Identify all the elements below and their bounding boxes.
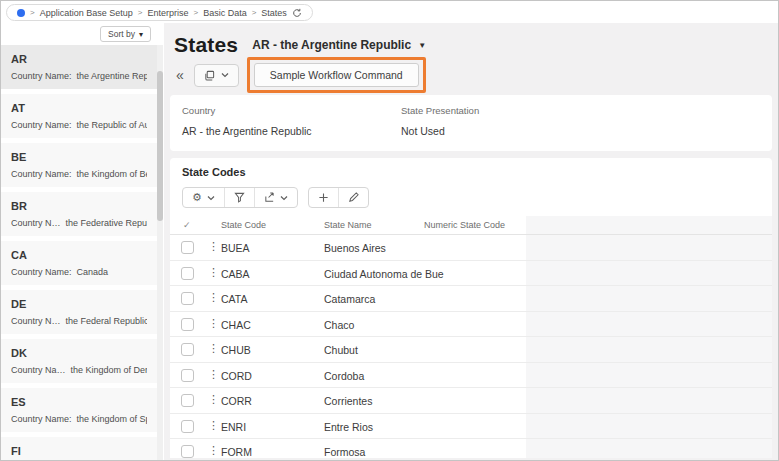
country-list-item-ar[interactable]: ARCountry Name:the Argentine Republic (1, 45, 157, 89)
row-checkbox[interactable] (181, 318, 194, 331)
breadcrumb-item[interactable]: Basic Data (203, 8, 247, 18)
country-name-line: Country Name:the Argentine Republic (11, 71, 147, 81)
col-header-state-name[interactable]: State Name (324, 220, 372, 230)
table-row[interactable]: ⋮CHACChaco (170, 312, 772, 338)
row-checkbox[interactable] (181, 343, 194, 356)
country-field: Country AR - the Argentine Republic (182, 105, 312, 137)
breadcrumb-item[interactable]: States (261, 8, 287, 18)
filter-icon (234, 192, 245, 203)
cell-state-code: CHUB (221, 344, 251, 356)
row-checkbox[interactable] (181, 420, 194, 433)
cell-state-code: CABA (221, 268, 250, 280)
edit-row-button[interactable] (338, 188, 368, 207)
select-all-check-icon[interactable]: ✓ (183, 220, 191, 230)
sort-by-label: Sort by (108, 29, 135, 39)
sort-by-button[interactable]: Sort by ▾ (100, 26, 151, 42)
country-name-line: Country Name:the Republic of Austria (11, 120, 147, 130)
table-row[interactable]: ⋮CORRCorrientes (170, 388, 772, 414)
filter-button[interactable] (224, 188, 254, 207)
chevron-down-icon: ▾ (139, 30, 143, 39)
row-menu-icon[interactable]: ⋮ (208, 419, 219, 432)
country-name-label: Country Name: (11, 414, 72, 424)
cell-state-name: Catamarca (324, 293, 375, 305)
row-menu-icon[interactable]: ⋮ (208, 368, 219, 381)
country-code: AR (11, 53, 147, 65)
home-dot-icon[interactable] (17, 9, 25, 17)
chevron-down-icon (280, 195, 288, 201)
state-presentation-label: State Presentation (401, 105, 479, 116)
table-row[interactable]: ⋮CHUBChubut (170, 337, 772, 363)
refresh-icon[interactable] (292, 8, 302, 18)
country-code: BR (11, 200, 147, 212)
state-codes-toolbar: ⚙ (170, 185, 772, 216)
cell-state-name: Entre Rios (324, 421, 373, 433)
collapse-panel-icon[interactable]: « (174, 67, 186, 83)
sample-workflow-command-button[interactable]: Sample Workflow Command (254, 63, 419, 87)
cell-state-name: Formosa (324, 446, 365, 458)
breadcrumb-item[interactable]: Enterprise (147, 8, 188, 18)
cell-state-code: CHAC (221, 319, 251, 331)
breadcrumb-item[interactable]: Application Base Setup (40, 8, 133, 18)
row-checkbox[interactable] (181, 445, 194, 458)
country-list-item-ca[interactable]: CACountry Name:Canada (1, 241, 157, 285)
state-codes-card: State Codes ⚙ (170, 158, 772, 458)
top-bar: >Application Base Setup>Enterprise>Basic… (1, 1, 778, 23)
breadcrumb-separator: > (252, 8, 257, 17)
country-name-label: Country Name: (11, 169, 72, 179)
table-row[interactable]: ⋮CORDCordoba (170, 363, 772, 389)
row-checkbox[interactable] (181, 369, 194, 382)
country-list-item-fi[interactable]: FICountry Name:the Republic of Finland (1, 437, 157, 460)
state-presentation-field: State Presentation Not Used (401, 105, 479, 137)
cell-state-code: BUEA (221, 242, 250, 254)
country-list-item-br[interactable]: BRCountry N…the Federative Republic o… (1, 192, 157, 236)
row-menu-icon[interactable]: ⋮ (208, 342, 219, 355)
table-row[interactable]: ⋮CATACatamarca (170, 286, 772, 312)
add-row-button[interactable] (309, 188, 338, 207)
sidebar-scrollbar[interactable] (157, 45, 163, 460)
table-row[interactable]: ⋮CABACiudad Autonoma de Bue (170, 261, 772, 287)
row-checkbox[interactable] (181, 394, 194, 407)
table-row[interactable]: ⋮ENRIEntre Rios (170, 414, 772, 440)
row-menu-icon[interactable]: ⋮ (208, 266, 219, 279)
country-code: FI (11, 445, 147, 457)
page-toolbar: « Sample Workflow Command (170, 59, 772, 95)
col-header-state-code[interactable]: State Code (221, 220, 266, 230)
country-name-value: the Republic of Austria (77, 120, 147, 130)
annotation-highlight: Sample Workflow Command (247, 57, 426, 93)
country-name-value: the Federative Republic o… (66, 218, 147, 228)
table-settings-button[interactable]: ⚙ (183, 188, 224, 207)
export-button[interactable] (254, 188, 297, 207)
row-checkbox[interactable] (181, 267, 194, 280)
country-list-item-es[interactable]: ESCountry Name:the Kingdom of Spain (1, 388, 157, 432)
country-name-label: Country Name: (11, 120, 72, 130)
country-name-value: the Federal Republic of G… (66, 316, 147, 326)
row-menu-icon[interactable]: ⋮ (208, 240, 219, 253)
country-name-label: Country Name: (11, 267, 72, 277)
cell-state-name: Ciudad Autonoma de Bue (324, 268, 444, 280)
row-menu-icon[interactable]: ⋮ (208, 317, 219, 330)
col-header-numeric-state-code[interactable]: Numeric State Code (424, 220, 505, 230)
gear-icon: ⚙ (192, 192, 202, 203)
cell-state-name: Chaco (324, 319, 354, 331)
table-row[interactable]: ⋮FORMFormosa (170, 439, 772, 458)
cell-state-name: Buenos Aires (324, 242, 386, 254)
sidebar-scrollbar-thumb[interactable] (157, 71, 163, 221)
actions-menu-button[interactable] (194, 64, 239, 87)
country-list-item-de[interactable]: DECountry N…the Federal Republic of G… (1, 290, 157, 334)
row-menu-icon[interactable]: ⋮ (208, 291, 219, 304)
row-menu-icon[interactable]: ⋮ (208, 444, 219, 457)
row-checkbox[interactable] (181, 241, 194, 254)
record-selector[interactable]: AR - the Argentine Republic ▼ (252, 38, 426, 52)
country-field-value: AR - the Argentine Republic (182, 125, 312, 137)
row-menu-icon[interactable]: ⋮ (208, 393, 219, 406)
row-checkbox[interactable] (181, 292, 194, 305)
actions-icon (204, 70, 215, 81)
country-list-item-dk[interactable]: DKCountry Na…the Kingdom of Denma… (1, 339, 157, 383)
country-name-value: the Kingdom of Denma… (71, 365, 147, 375)
country-list-item-be[interactable]: BECountry Name:the Kingdom of Belgium (1, 143, 157, 187)
country-list-item-at[interactable]: ATCountry Name:the Republic of Austria (1, 94, 157, 138)
table-row[interactable]: ⋮BUEABuenos Aires (170, 235, 772, 261)
breadcrumb: >Application Base Setup>Enterprise>Basic… (6, 4, 313, 21)
cell-state-code: ENRI (221, 421, 246, 433)
country-name-line: Country Name:the Kingdom of Belgium (11, 169, 147, 179)
